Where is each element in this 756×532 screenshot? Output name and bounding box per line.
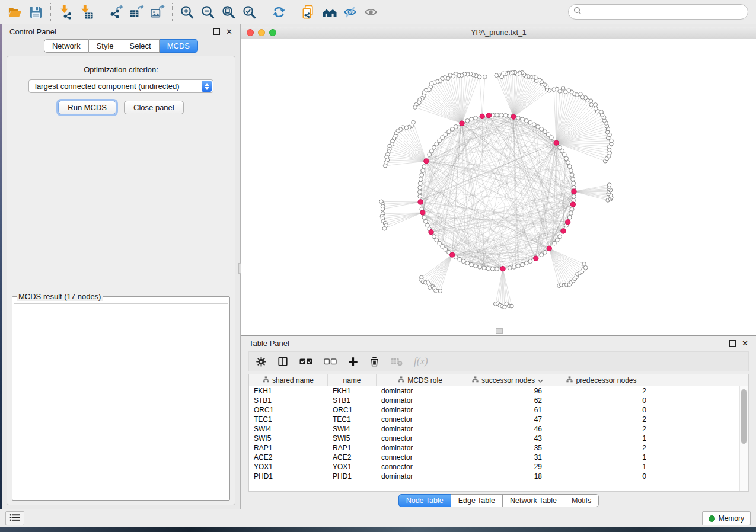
- table-settings-button[interactable]: [256, 357, 266, 367]
- export-image-button[interactable]: [147, 2, 168, 21]
- close-table-panel-icon[interactable]: ✕: [742, 339, 748, 347]
- cell-predecessor-nodes: 2: [551, 443, 652, 453]
- tab-style[interactable]: Style: [89, 39, 122, 53]
- select-all-rows-button[interactable]: [299, 357, 312, 366]
- save-session-button[interactable]: [25, 2, 46, 21]
- delete-column-button[interactable]: [369, 356, 379, 367]
- table-scrollbar[interactable]: [739, 386, 748, 491]
- tab-edge-table[interactable]: Edge Table: [451, 494, 503, 507]
- refresh-layout-button[interactable]: [269, 2, 289, 21]
- table-row[interactable]: SWI5SWI5connector431: [249, 434, 748, 443]
- network-graph[interactable]: [241, 39, 755, 335]
- cell-name: TEC1: [328, 415, 377, 424]
- show-all-button[interactable]: [361, 2, 381, 21]
- node-table: shared namenameMCDS rolesuccessor nodesp…: [248, 374, 749, 492]
- column-header-name[interactable]: name: [328, 374, 377, 386]
- minimize-window-button[interactable]: [258, 29, 265, 36]
- zoom-selected-button[interactable]: [239, 2, 260, 21]
- tab-mcds[interactable]: MCDS: [160, 39, 198, 53]
- table-row[interactable]: PHD1PHD1dominator180: [249, 472, 748, 481]
- table-row[interactable]: FKH1FKH1dominator962: [249, 386, 748, 396]
- export-network-button[interactable]: [106, 2, 126, 21]
- open-file-button[interactable]: [5, 2, 25, 21]
- criterion-select[interactable]: largest connected component (undirected): [28, 79, 213, 93]
- maximize-window-button[interactable]: [269, 29, 276, 36]
- table-header-row: shared namenameMCDS rolesuccessor nodesp…: [249, 374, 748, 386]
- add-column-button[interactable]: [348, 357, 358, 367]
- toolbar-separator: [294, 3, 294, 21]
- table-row[interactable]: ORC1ORC1dominator610: [249, 405, 748, 415]
- cell-mcds-role: dominator: [377, 443, 464, 453]
- table-row[interactable]: RAP1RAP1dominator352: [249, 443, 748, 453]
- column-header-successor-nodes[interactable]: successor nodes: [464, 374, 551, 386]
- table-row[interactable]: SWI4SWI4dominator462: [249, 424, 748, 434]
- table-toolbar: f(x): [248, 351, 749, 371]
- cell-successor-nodes: 62: [464, 396, 551, 405]
- table-body: FKH1FKH1dominator962STB1STB1dominator620…: [249, 386, 748, 481]
- float-table-panel-icon[interactable]: [729, 340, 736, 347]
- table-row[interactable]: TEC1TEC1connector472: [249, 415, 748, 424]
- toolbar-separator: [264, 3, 264, 21]
- network-window-titlebar[interactable]: YPA_prune.txt_1: [241, 27, 756, 39]
- memory-button[interactable]: Memory: [702, 511, 751, 525]
- export-table-button[interactable]: [126, 2, 147, 21]
- zoom-fit-button[interactable]: [218, 2, 239, 21]
- zoom-in-button[interactable]: [177, 2, 197, 21]
- cell-predecessor-nodes: 0: [551, 396, 652, 405]
- toolbar-icon-groups: [5, 2, 381, 21]
- deselect-all-rows-button[interactable]: [324, 357, 337, 366]
- column-header-shared-name[interactable]: shared name: [249, 374, 328, 386]
- table-row[interactable]: STB1STB1dominator620: [249, 396, 748, 405]
- cell-predecessor-nodes: 0: [551, 405, 652, 415]
- cell-predecessor-nodes: 2: [551, 386, 652, 396]
- cell-shared-name: FKH1: [249, 386, 328, 396]
- table-scrollbar-thumb[interactable]: [741, 389, 747, 444]
- cell-shared-name: SWI5: [249, 434, 328, 443]
- search-box[interactable]: [568, 4, 748, 20]
- cell-shared-name: RAP1: [249, 443, 328, 453]
- tab-network-table[interactable]: Network Table: [503, 494, 564, 507]
- zoom-out-button[interactable]: [197, 2, 218, 21]
- import-network-button[interactable]: [55, 2, 76, 21]
- table-row[interactable]: YOX1YOX1connector291: [249, 462, 748, 472]
- tab-network[interactable]: Network: [44, 39, 89, 53]
- control-panel-title: Control Panel: [9, 27, 56, 36]
- float-panel-icon[interactable]: [213, 28, 220, 35]
- close-window-button[interactable]: [247, 29, 254, 36]
- hierarchy-icon: [398, 376, 404, 384]
- close-panel-button[interactable]: Close panel: [124, 101, 184, 114]
- column-layout-button[interactable]: [277, 356, 288, 367]
- cell-shared-name: TEC1: [249, 415, 328, 424]
- first-neighbors-button[interactable]: [319, 2, 340, 21]
- application-window: Control Panel ✕ NetworkStyleSelectMCDS O…: [0, 0, 756, 532]
- close-panel-icon[interactable]: ✕: [226, 28, 232, 36]
- mcds-result-title: MCDS result (17 nodes): [17, 292, 103, 301]
- desktop-wallpaper-bottom: [0, 527, 756, 532]
- function-builder-button: f(x): [414, 355, 428, 367]
- column-header-predecessor-nodes[interactable]: predecessor nodes: [551, 374, 652, 386]
- cell-predecessor-nodes: 2: [551, 415, 652, 424]
- control-panel: Control Panel ✕ NetworkStyleSelectMCDS O…: [2, 24, 240, 509]
- panel-menu-button[interactable]: [5, 511, 24, 525]
- network-resize-grip[interactable]: [496, 328, 503, 334]
- tab-select[interactable]: Select: [122, 39, 160, 53]
- column-header-mcds-role[interactable]: MCDS role: [377, 374, 464, 386]
- cell-successor-nodes: 43: [464, 434, 551, 443]
- cell-successor-nodes: 46: [464, 424, 551, 434]
- tab-motifs[interactable]: Motifs: [564, 494, 599, 507]
- hierarchy-icon: [263, 376, 269, 384]
- clone-network-button[interactable]: [298, 2, 319, 21]
- search-icon: [573, 7, 582, 17]
- import-table-button[interactable]: [76, 2, 97, 21]
- tab-node-table[interactable]: Node Table: [398, 494, 451, 507]
- toolbar-separator: [101, 3, 101, 21]
- run-mcds-button[interactable]: Run MCDS: [58, 101, 116, 114]
- hide-selected-button[interactable]: [340, 2, 361, 21]
- table-row[interactable]: ACE2ACE2connector311: [249, 453, 748, 462]
- cell-successor-nodes: 47: [464, 415, 551, 424]
- network-canvas[interactable]: [241, 39, 756, 335]
- cell-shared-name: SWI4: [249, 424, 328, 434]
- main-area: Control Panel ✕ NetworkStyleSelectMCDS O…: [0, 24, 756, 509]
- cell-predecessor-nodes: 1: [551, 462, 652, 472]
- search-input[interactable]: [585, 7, 743, 17]
